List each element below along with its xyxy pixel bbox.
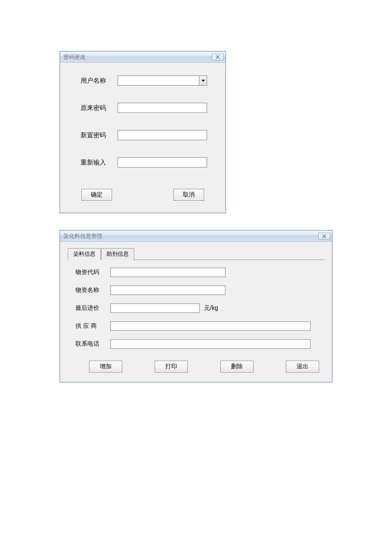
username-wrap: [118, 75, 213, 86]
row-material-name: 物资名称: [68, 286, 324, 295]
delete-button[interactable]: 删除: [220, 361, 254, 373]
row-last-price: 最后进价 元/kg: [68, 304, 324, 313]
new-password-label: 新置密码: [73, 131, 118, 139]
print-button[interactable]: 打印: [155, 361, 188, 373]
phone-label: 联系电话: [68, 340, 110, 348]
exit-button[interactable]: 退出: [286, 361, 319, 373]
username-value[interactable]: [118, 76, 199, 85]
button-row: 增加 打印 删除 退出: [68, 361, 324, 373]
supplier-label: 供 应 商: [68, 322, 110, 330]
button-row: 确定 取消: [73, 189, 213, 201]
close-button[interactable]: [212, 54, 224, 61]
material-name-input[interactable]: [110, 286, 225, 295]
close-icon: [216, 55, 220, 59]
window-title: 密码更改: [63, 53, 86, 61]
close-icon: [322, 234, 326, 238]
row-material-code: 物资代码: [68, 268, 324, 277]
add-button[interactable]: 增加: [89, 361, 122, 373]
titlebar: 染化料信息管理: [60, 231, 332, 242]
row-old-password: 原来密码: [73, 103, 213, 113]
last-price-label: 最后进价: [68, 304, 110, 312]
row-phone: 联系电话: [68, 339, 324, 349]
username-label: 用户名称: [73, 77, 118, 85]
row-username: 用户名称: [73, 75, 213, 86]
chevron-down-icon[interactable]: [199, 76, 207, 85]
tab-dye-info[interactable]: 染料信息: [68, 248, 101, 260]
window-title: 染化料信息管理: [63, 232, 102, 240]
titlebar: 密码更改: [60, 52, 225, 63]
row-confirm-password: 重新输入: [73, 157, 213, 168]
row-supplier: 供 应 商: [68, 321, 324, 331]
old-password-label: 原来密码: [73, 104, 118, 112]
price-unit: 元/kg: [204, 304, 218, 312]
material-info-window: 染化料信息管理 染料信息 助剂信息 物资代码 物资名称 最后进价 元/kg 供 …: [60, 230, 332, 382]
material-name-label: 物资名称: [68, 286, 110, 294]
cancel-button[interactable]: 取消: [173, 189, 204, 201]
old-password-input[interactable]: [118, 103, 207, 113]
confirm-password-label: 重新输入: [73, 159, 118, 167]
ok-button[interactable]: 确定: [81, 189, 112, 201]
new-password-input[interactable]: [118, 130, 207, 140]
phone-input[interactable]: [110, 339, 311, 349]
material-code-label: 物资代码: [68, 269, 110, 276]
material-code-input[interactable]: [110, 268, 225, 277]
tab-additive-info[interactable]: 助剂信息: [101, 248, 134, 260]
window-body: 用户名称 原来密码 新置密码 重新输入: [60, 63, 225, 213]
supplier-input[interactable]: [110, 321, 311, 331]
tabs: 染料信息 助剂信息: [68, 248, 324, 260]
last-price-input[interactable]: [110, 304, 200, 313]
password-change-window: 密码更改 用户名称 原来密码 新置密码: [60, 51, 226, 213]
row-new-password: 新置密码: [73, 130, 213, 140]
window-body: 染料信息 助剂信息 物资代码 物资名称 最后进价 元/kg 供 应 商 联系电话…: [60, 242, 332, 382]
username-combo[interactable]: [118, 75, 207, 86]
confirm-password-input[interactable]: [118, 157, 207, 168]
close-button[interactable]: [318, 233, 330, 240]
